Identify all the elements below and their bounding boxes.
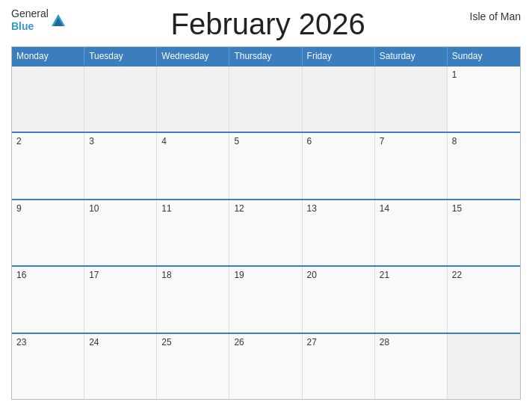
- day-header-thursday: Thursday: [229, 47, 302, 65]
- day-cell: 17: [84, 267, 157, 332]
- logo-text: General Blue: [11, 7, 49, 33]
- day-cell: 26: [229, 334, 302, 399]
- day-cell: 27: [303, 334, 375, 399]
- day-headers-row: MondayTuesdayWednesdayThursdayFridaySatu…: [12, 47, 520, 65]
- day-number: 16: [16, 270, 26, 280]
- day-cell: [84, 67, 157, 132]
- day-number: 20: [307, 270, 317, 280]
- day-cell: 15: [448, 200, 520, 265]
- logo-blue: Blue: [11, 20, 49, 33]
- week-row-4: 16171819202122: [12, 265, 520, 332]
- day-cell: 24: [84, 334, 157, 399]
- day-number: 17: [89, 270, 99, 280]
- day-cell: 21: [375, 267, 448, 332]
- week-row-1: 1: [12, 65, 520, 132]
- day-number: 25: [161, 337, 171, 347]
- day-number: 2: [16, 136, 22, 146]
- day-cell: 9: [12, 200, 84, 265]
- day-cell: 28: [375, 334, 448, 399]
- day-cell: [375, 67, 448, 132]
- calendar-title: February 2026: [66, 7, 470, 40]
- day-header-monday: Monday: [12, 47, 84, 65]
- day-number: 10: [89, 203, 99, 214]
- day-cell: 5: [229, 133, 302, 198]
- day-cell: [157, 67, 229, 132]
- weeks-container: 1234567891011121314151617181920212223242…: [12, 65, 520, 399]
- day-number: 6: [307, 136, 312, 146]
- day-cell: [448, 334, 520, 399]
- day-header-tuesday: Tuesday: [84, 47, 157, 65]
- day-number: 1: [452, 69, 457, 80]
- day-number: 5: [234, 136, 239, 146]
- day-cell: 10: [84, 200, 157, 265]
- day-number: 26: [234, 337, 244, 347]
- day-cell: 18: [157, 267, 229, 332]
- week-row-5: 232425262728: [12, 333, 520, 399]
- calendar-grid: MondayTuesdayWednesdayThursdayFridaySatu…: [11, 46, 521, 400]
- day-cell: 12: [229, 200, 302, 265]
- day-number: 7: [380, 136, 385, 146]
- day-cell: 13: [303, 200, 375, 265]
- logo-general: General: [11, 7, 49, 20]
- day-number: 13: [307, 203, 317, 214]
- day-header-saturday: Saturday: [375, 47, 448, 65]
- day-number: 23: [16, 337, 26, 347]
- day-cell: 4: [157, 133, 229, 198]
- day-cell: 16: [12, 267, 84, 332]
- day-number: 15: [452, 203, 462, 214]
- day-cell: [12, 67, 84, 132]
- day-cell: [229, 67, 302, 132]
- day-header-sunday: Sunday: [448, 47, 520, 65]
- day-number: 3: [89, 136, 94, 146]
- day-cell: 23: [12, 334, 84, 399]
- day-cell: 25: [157, 334, 229, 399]
- logo-icon: [50, 13, 66, 29]
- day-number: 28: [380, 337, 389, 347]
- day-cell: 19: [229, 267, 302, 332]
- day-number: 11: [161, 203, 171, 214]
- logo: General Blue: [11, 7, 66, 33]
- day-header-friday: Friday: [303, 47, 375, 65]
- day-cell: 3: [84, 133, 157, 198]
- day-header-wednesday: Wednesday: [157, 47, 229, 65]
- day-cell: 8: [448, 133, 520, 198]
- day-number: 8: [452, 136, 457, 146]
- day-number: 4: [161, 136, 167, 146]
- day-number: 27: [307, 337, 317, 347]
- day-number: 22: [452, 270, 462, 280]
- day-cell: 2: [12, 133, 84, 198]
- day-number: 14: [380, 203, 389, 214]
- day-cell: 20: [303, 267, 375, 332]
- week-row-3: 9101112131415: [12, 199, 520, 265]
- day-number: 18: [161, 270, 171, 280]
- day-number: 19: [234, 270, 244, 280]
- day-number: 12: [234, 203, 244, 214]
- day-number: 24: [89, 337, 99, 347]
- day-cell: 14: [375, 200, 448, 265]
- day-cell: 7: [375, 133, 448, 198]
- day-cell: 11: [157, 200, 229, 265]
- day-cell: 6: [303, 133, 375, 198]
- calendar-header: General Blue February 2026 Isle of Man: [11, 7, 521, 40]
- day-number: 9: [16, 203, 22, 214]
- region-label: Isle of Man: [470, 10, 521, 22]
- week-row-2: 2345678: [12, 132, 520, 198]
- day-cell: [303, 67, 375, 132]
- day-cell: 22: [448, 267, 520, 332]
- day-number: 21: [380, 270, 389, 280]
- day-cell: 1: [448, 67, 520, 132]
- calendar-container: General Blue February 2026 Isle of Man M…: [0, 0, 532, 411]
